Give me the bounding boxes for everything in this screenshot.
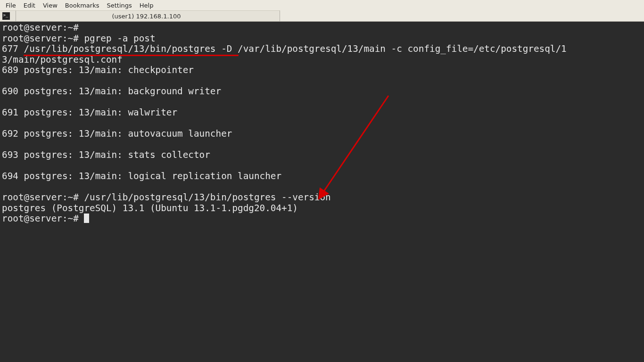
menu-help[interactable]: Help [136, 1, 157, 10]
menu-view[interactable]: View [39, 1, 61, 10]
terminal-icon [2, 12, 10, 20]
cursor [84, 214, 89, 223]
menu-settings[interactable]: Settings [103, 1, 135, 10]
terminal-output: root@server:~# root@server:~# pgrep -a p… [0, 22, 644, 225]
terminal-area[interactable]: root@server:~# root@server:~# pgrep -a p… [0, 22, 644, 362]
menu-edit[interactable]: Edit [20, 1, 39, 10]
annotation-underline [24, 55, 239, 56]
tab-label: (user1) 192.168.1.100 [112, 13, 181, 20]
menu-file[interactable]: File [2, 1, 20, 10]
tab-session[interactable]: (user1) 192.168.1.100 [16, 10, 280, 21]
menubar: File Edit View Bookmarks Settings Help [0, 0, 644, 10]
tabbar: (user1) 192.168.1.100 [0, 10, 644, 22]
tab-icon-only[interactable] [0, 10, 16, 21]
menu-bookmarks[interactable]: Bookmarks [61, 1, 103, 10]
